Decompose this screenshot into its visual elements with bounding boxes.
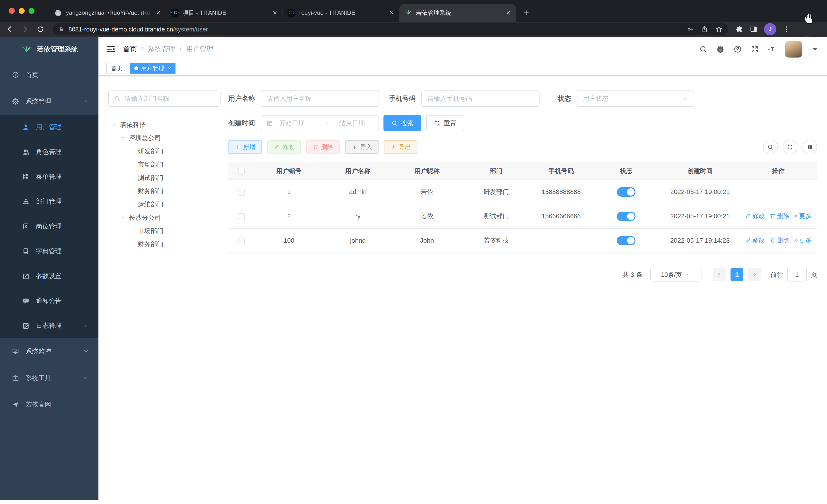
edit-button[interactable]: 修改 [267,140,301,154]
macos-window-controls[interactable] [9,8,35,14]
tab-close-icon[interactable] [389,10,394,15]
dept-tree-node[interactable]: 深圳总公司 [108,131,221,145]
gauge-icon [12,71,19,78]
app-logo[interactable]: 若依管理系统 [0,37,98,61]
row-more-link[interactable]: »更多 [794,212,811,220]
dept-tree-node[interactable]: 财务部门 [108,237,221,251]
sidebar-item[interactable]: 通知公告 [0,288,98,313]
sidebar-item[interactable]: 岗位管理 [0,214,98,239]
sidebar-item[interactable]: 系统工具 [0,365,98,391]
back-icon[interactable] [6,25,14,33]
sidebar-item[interactable]: 系统监控 [0,338,98,365]
github-icon[interactable] [716,45,725,53]
sidebar-item[interactable]: 首页 [0,61,98,88]
add-button[interactable]: 新增 [229,140,262,154]
dept-tree-node[interactable]: 市场部门 [108,224,221,237]
row-edit-link[interactable]: 修改 [745,236,765,244]
date-range-picker[interactable]: 开始日期 - 结束日期 [261,115,379,131]
dept-tree-node[interactable]: 市场部门 [108,158,221,171]
view-tag[interactable]: 用户管理 × [130,63,176,74]
browser-tab[interactable]: <t> 项目 - TITANIDE [166,4,283,22]
sidebar-item[interactable]: 若依官网 [0,391,98,418]
user-menu-caret-icon[interactable] [811,45,819,53]
browser-tab[interactable]: yangzongzhuan/RuoYi-Vue: (Ru [49,4,166,22]
status-select[interactable]: 用户状态 [577,91,694,107]
row-checkbox[interactable] [238,189,245,196]
delete-button[interactable]: 删除 [306,140,340,154]
sidebar-item[interactable]: 日志管理 [0,313,98,338]
import-button[interactable]: 导入 [345,140,379,154]
dept-tree-node[interactable]: 运维部门 [108,198,221,211]
font-size-icon[interactable] [768,45,776,53]
dept-tree-node[interactable]: 财务部门 [108,184,221,198]
status-toggle[interactable] [617,236,635,245]
refresh-table-button[interactable] [783,139,797,154]
sidebar-item[interactable]: 参数设置 [0,264,98,288]
browser-tab[interactable]: 若依管理系统 [399,4,516,22]
page-unit-label: 页 [811,270,817,279]
fullscreen-icon[interactable] [751,45,759,53]
select-all-checkbox[interactable] [238,168,245,175]
reset-button[interactable]: 重置 [426,115,464,131]
forward-icon[interactable] [21,25,29,33]
browser-tab[interactable]: <t> rouyi-vue - TITANIDE [283,4,399,22]
cell-phone: 15888888888 [531,180,592,204]
row-checkbox[interactable] [238,213,245,220]
dept-tree-node[interactable]: 研发部门 [108,145,221,158]
prev-page-button[interactable] [713,268,726,281]
extensions-puzzle-icon[interactable] [735,25,743,33]
lock-icon[interactable] [58,26,64,33]
phone-input[interactable] [421,91,539,107]
tag-close-icon[interactable]: × [168,65,171,71]
row-delete-link[interactable]: 删除 [770,212,789,220]
browser-profile-avatar[interactable]: J [764,23,776,36]
toggle-search-button[interactable] [763,139,778,154]
tab-close-icon[interactable] [155,10,161,15]
docs-question-icon[interactable] [733,45,742,53]
breadcrumb-home[interactable]: 首页 [123,45,137,54]
row-edit-link[interactable]: 修改 [745,212,765,220]
sidebar-item[interactable]: 菜单管理 [0,164,98,189]
tab-close-icon[interactable] [505,10,511,15]
dept-search-input[interactable]: 请输入部门名称 [108,91,221,107]
sidebar-item[interactable]: 字典管理 [0,239,98,264]
share-icon[interactable] [701,25,709,33]
sidebar-item[interactable]: 角色管理 [0,139,98,164]
user-avatar[interactable] [785,41,802,58]
zoom-window-button[interactable] [29,8,35,14]
row-delete-link[interactable]: 删除 [770,236,789,244]
sidebar-item[interactable]: 用户管理 [0,115,98,139]
sidebar-item[interactable]: 系统管理 [0,88,98,115]
address-bar[interactable]: 8081-rouyi-vue-demo.cloud.titanide.cn/sy… [53,23,728,35]
search-button[interactable]: 搜索 [384,115,421,131]
next-page-button[interactable] [748,268,761,281]
minimize-window-button[interactable] [19,8,25,14]
table-row: 1 admin 若依 研发部门 15888888888 2022-05-17 1… [229,180,817,204]
status-toggle[interactable] [617,212,635,221]
status-toggle[interactable] [617,187,635,197]
bookmark-star-icon[interactable] [715,25,723,33]
tab-close-icon[interactable] [272,10,278,15]
export-button[interactable]: 导出 [384,140,418,154]
browser-menu-icon[interactable] [783,25,790,33]
row-more-link[interactable]: »更多 [794,236,811,244]
page-number-button[interactable]: 1 [731,268,743,281]
columns-grid-button[interactable] [802,139,817,154]
view-tag[interactable]: 首页 [106,63,127,74]
dept-tree-node[interactable]: 长沙分公司 [108,211,221,224]
dept-tree-node[interactable]: 若依科技 [108,118,221,131]
close-window-button[interactable] [9,8,15,14]
header-search-icon[interactable] [699,45,708,53]
collapse-sidebar-icon[interactable] [106,45,116,54]
username-input[interactable] [261,91,379,107]
row-checkbox[interactable] [238,237,245,244]
sidebar-item[interactable]: 部门管理 [0,189,98,214]
chevron-down-icon [682,96,688,102]
reload-icon[interactable] [37,25,44,33]
goto-page-input[interactable] [787,268,807,281]
password-key-icon[interactable] [687,25,694,33]
page-size-select[interactable]: 10条/页 [650,268,701,281]
side-panel-icon[interactable] [750,25,758,33]
new-tab-button[interactable] [519,5,534,20]
dept-tree-node[interactable]: 测试部门 [108,171,221,184]
